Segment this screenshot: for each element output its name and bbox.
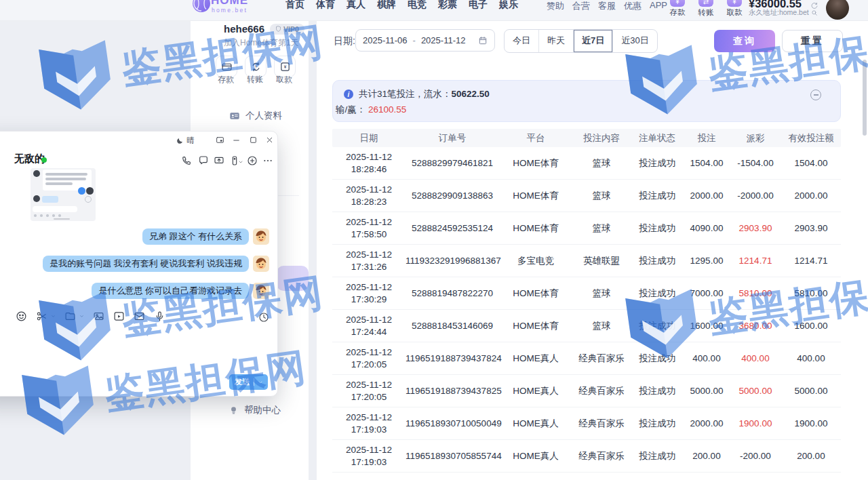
- reset-button[interactable]: 重置: [782, 30, 843, 52]
- date-start-value: 2025-11-06: [363, 35, 408, 45]
- nav-link-sponsor[interactable]: 赞助: [547, 0, 564, 12]
- top-navbar: HOME home.bet 首页 体育 真人 棋牌 电竞 彩票 电子 娱乐 赞助…: [0, 0, 868, 21]
- minimize-icon[interactable]: [232, 136, 241, 144]
- mini-window-icon[interactable]: [216, 136, 224, 144]
- maximize-icon[interactable]: [249, 136, 258, 144]
- chat-message: 兄弟 跟这个 有什么关系: [142, 228, 269, 245]
- sidebar-active-item[interactable]: [277, 266, 309, 291]
- nav-link-slots[interactable]: 电子: [469, 0, 488, 11]
- sidebar-item-help[interactable]: 帮助中心: [229, 404, 281, 416]
- nav-link-live[interactable]: 真人: [347, 0, 366, 11]
- range-30days-button[interactable]: 近30日: [612, 30, 656, 52]
- screen-share-icon[interactable]: [214, 155, 224, 166]
- sender-avatar[interactable]: [253, 228, 269, 245]
- screenshot-scissors-icon[interactable]: [36, 311, 47, 322]
- nav-link-promo[interactable]: 优惠: [624, 0, 642, 12]
- chat-bubble-icon[interactable]: [198, 155, 209, 166]
- betting-records-panel: 日期: 2025-11-06 - 2025-11-12 今日 昨天 近7日 近3…: [317, 20, 868, 480]
- nav-link-entertainment[interactable]: 娱乐: [499, 0, 518, 11]
- close-icon[interactable]: [265, 136, 274, 144]
- nav-link-esports[interactable]: 电竞: [408, 0, 427, 11]
- nav-link-home[interactable]: 首页: [285, 0, 304, 11]
- range-yesterday-button[interactable]: 昨天: [538, 30, 573, 52]
- nav-link-cards[interactable]: 棋牌: [377, 0, 396, 11]
- moon-icon: [176, 137, 184, 145]
- deposit-wallet-icon: [221, 61, 233, 73]
- image-icon[interactable]: [93, 311, 104, 322]
- chevron-down-icon[interactable]: [238, 159, 243, 165]
- chevron-down-icon: [258, 380, 263, 385]
- table-row: 2025-11-1218:28:465288829979461821HOME体育…: [332, 147, 841, 180]
- summary-text: 共计31笔投注，流水：: [359, 89, 452, 99]
- deposit-icon: ¥: [670, 0, 685, 7]
- chat-contact-name: 无敌的: [14, 153, 45, 165]
- winloss-value: 26100.55: [368, 104, 406, 115]
- sidebar-username: hehe666: [224, 23, 264, 35]
- video-clip-icon[interactable]: [113, 311, 125, 322]
- query-button[interactable]: 查询: [714, 30, 775, 52]
- chevron-down-icon[interactable]: [79, 314, 84, 319]
- navbar-deposit-button[interactable]: ¥ 存款: [663, 0, 692, 18]
- chat-window: 晴 无敌的: [0, 131, 278, 397]
- join-days-text: 加入Home体育第1天: [224, 37, 299, 49]
- nav-link-lottery[interactable]: 彩票: [438, 0, 457, 11]
- card-envelope-icon[interactable]: [134, 311, 145, 322]
- nav-link-service[interactable]: 客服: [598, 0, 616, 12]
- nav-link-partner[interactable]: 合营: [572, 0, 590, 12]
- svg-text:¥: ¥: [283, 64, 286, 68]
- secondary-nav: 赞助 合营 客服 优惠 APP: [547, 0, 667, 12]
- vip-shield-icon: [275, 26, 281, 32]
- records-table-body: 2025-11-1218:28:465288829979461821HOME体育…: [332, 147, 841, 473]
- file-folder-icon[interactable]: [64, 311, 76, 322]
- records-table: 日期订单号 平台投注内容 注单状态投注 派彩有效投注额 2025-11-1218…: [332, 129, 841, 473]
- range-today-button[interactable]: 今日: [505, 30, 538, 52]
- circle-plus-icon[interactable]: [247, 155, 258, 166]
- transfer-icon: ⇄: [698, 0, 713, 7]
- navbar-withdraw-button[interactable]: ¥ 取款: [720, 0, 749, 18]
- collapse-summary-icon[interactable]: [810, 89, 821, 100]
- chevron-down-icon[interactable]: [51, 314, 56, 319]
- online-status-dot: [41, 157, 47, 163]
- watermark-shield-logo: [33, 33, 119, 119]
- brand-domain: home.bet: [212, 7, 248, 14]
- transfer-arrows-icon: ¥: [250, 61, 262, 73]
- more-options-icon[interactable]: [262, 155, 273, 166]
- table-row: 2025-11-1217:20:051196519188739437824HOM…: [332, 342, 841, 375]
- winloss-label: 输/赢：: [336, 104, 366, 115]
- lightbulb-icon: [229, 405, 239, 416]
- chat-history-clock-icon[interactable]: [258, 312, 269, 323]
- id-card-icon: [229, 111, 240, 121]
- send-button[interactable]: 发送: [229, 374, 268, 390]
- table-row: 2025-11-1217:31:261119323291996881367多宝电…: [332, 245, 841, 277]
- chat-message: 是我的账号问题 我没有套利 硬说我套利 说我违规: [43, 256, 269, 272]
- date-filter-label: 日期:: [334, 35, 355, 47]
- microphone-icon[interactable]: [154, 311, 165, 322]
- scrollbar-thumb[interactable]: [863, 60, 867, 136]
- brand-logo-icon[interactable]: [193, 0, 210, 15]
- table-row: 2025-11-1217:19:031196518930705855744HOM…: [332, 440, 841, 473]
- range-7days-button[interactable]: 近7日: [573, 30, 612, 52]
- navbar-transfer-button[interactable]: ⇄ 转账: [692, 0, 720, 18]
- table-row: 2025-11-1217:19:031196518930710050049HOM…: [332, 407, 841, 440]
- chat-image-message[interactable]: [31, 168, 96, 221]
- sender-avatar[interactable]: [253, 283, 269, 299]
- permanent-address: 永久地址:home.bet: [749, 8, 818, 18]
- info-icon: i: [344, 89, 353, 99]
- sidebar-item-profile[interactable]: 个人资料: [229, 110, 282, 122]
- nav-link-sports[interactable]: 体育: [316, 0, 335, 11]
- user-avatar[interactable]: [826, 0, 849, 20]
- vip-badge: VIP0: [270, 24, 304, 35]
- voice-call-icon[interactable]: [181, 155, 192, 166]
- table-row: 2025-11-1217:20:051196519188739437825HOM…: [332, 375, 841, 407]
- magnifier-icon[interactable]: [811, 9, 818, 16]
- sender-avatar[interactable]: [253, 256, 269, 272]
- date-range-input[interactable]: 2025-11-06 - 2025-11-12: [355, 29, 495, 52]
- withdraw-icon: ¥: [727, 0, 742, 7]
- emoji-icon[interactable]: [16, 311, 27, 322]
- svg-text:¥: ¥: [255, 65, 257, 68]
- turnover-value: 50622.50: [452, 89, 490, 99]
- weather-status[interactable]: 晴: [176, 136, 195, 146]
- table-row: 2025-11-1217:24:445288818453146069HOME体育…: [332, 310, 841, 342]
- table-row: 2025-11-1217:58:505288824592535124HOME体育…: [332, 212, 841, 245]
- chat-input-area[interactable]: [0, 325, 265, 365]
